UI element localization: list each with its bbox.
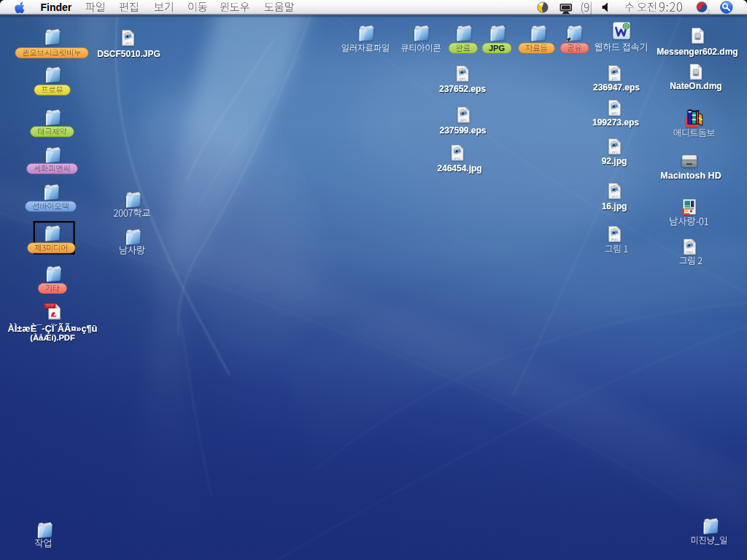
svg-text:JPG: JPG [489, 44, 505, 52]
svg-text:92.jpg: 92.jpg [602, 156, 627, 166]
svg-text:237599.eps: 237599.eps [439, 125, 486, 136]
svg-text:Messenger602.dmg: Messenger602.dmg [657, 47, 738, 57]
svg-text:16.jpg: 16.jpg [602, 201, 627, 211]
svg-text:Macintosh HD: Macintosh HD [660, 171, 721, 181]
svg-text:ÀÌ±æÈ¯-ÇÏ´ÃÃ¤»ç¶û: ÀÌ±æÈ¯-ÇÏ´ÃÃ¤»ç¶û [8, 323, 98, 334]
svg-text:199273.eps: 199273.eps [592, 117, 639, 128]
svg-text:NateOn.dmg: NateOn.dmg [670, 81, 721, 91]
svg-text:237652.eps: 237652.eps [439, 84, 486, 94]
svg-text:(ÀåÆí).PDF: (ÀåÆí).PDF [30, 333, 75, 342]
svg-text:246454.jpg: 246454.jpg [437, 163, 481, 174]
svg-text:236947.eps: 236947.eps [593, 82, 640, 93]
svg-text:DSCF5010.JPG: DSCF5010.JPG [97, 49, 160, 59]
svg-text:Finder: Finder [41, 1, 72, 13]
